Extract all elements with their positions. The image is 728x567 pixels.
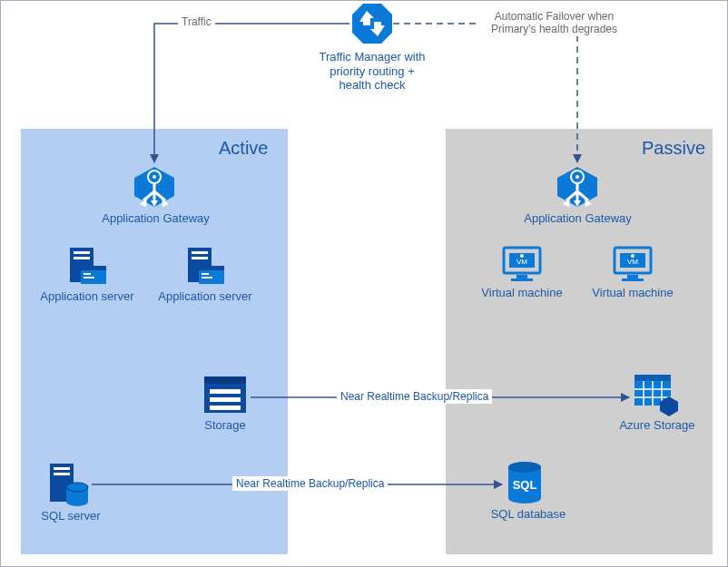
svg-rect-47 xyxy=(627,275,638,279)
active-title: Active xyxy=(219,137,268,159)
sql-database-icon: SQL xyxy=(506,460,544,505)
svg-rect-15 xyxy=(192,251,208,254)
svg-rect-22 xyxy=(204,376,246,384)
svg-text:VM: VM xyxy=(627,258,638,266)
svg-rect-52 xyxy=(635,375,671,381)
sql-server-label: SQL server xyxy=(37,509,104,523)
traffic-manager-icon xyxy=(350,2,394,45)
svg-point-62 xyxy=(508,462,541,473)
sql-server-icon xyxy=(46,462,90,507)
vm-1-label: Virtual machine xyxy=(475,286,569,300)
svg-rect-20 xyxy=(202,277,212,279)
passive-app-gateway-icon xyxy=(555,164,600,210)
svg-rect-12 xyxy=(84,273,91,275)
svg-point-50 xyxy=(631,254,635,258)
svg-point-31 xyxy=(66,497,88,506)
svg-rect-41 xyxy=(516,275,527,279)
passive-title: Passive xyxy=(642,137,705,159)
svg-rect-9 xyxy=(74,257,90,259)
diagram-stage: Active Passive Traffic Automatic Failove… xyxy=(0,0,728,567)
traffic-edge-label: Traffic xyxy=(178,15,215,28)
app-server-1-icon xyxy=(64,244,108,288)
app-server-2-label: Application server xyxy=(152,289,259,304)
active-app-gateway-icon xyxy=(132,164,177,210)
passive-app-gateway-label: Application Gateway xyxy=(521,211,635,226)
svg-rect-42 xyxy=(511,279,533,281)
traffic-manager-label: Traffic Manager with priority routing + … xyxy=(319,50,426,93)
svg-rect-28 xyxy=(54,473,70,475)
svg-point-61 xyxy=(508,493,541,503)
svg-rect-11 xyxy=(81,266,106,270)
svg-rect-23 xyxy=(210,389,241,394)
svg-rect-25 xyxy=(210,406,241,410)
svg-rect-24 xyxy=(210,397,241,402)
sql-database-label: SQL database xyxy=(486,507,571,522)
app-server-1-label: Application server xyxy=(34,289,141,304)
svg-rect-27 xyxy=(54,467,70,470)
svg-text:SQL: SQL xyxy=(513,478,537,492)
svg-point-44 xyxy=(520,254,524,258)
azure-storage-label: Azure Storage xyxy=(615,418,700,433)
active-app-gateway-label: Application Gateway xyxy=(99,211,212,226)
svg-marker-0 xyxy=(352,4,392,44)
vm-1-icon: VM xyxy=(500,244,544,284)
svg-rect-13 xyxy=(84,277,94,279)
svg-point-35 xyxy=(576,175,579,179)
storage-icon xyxy=(202,375,248,415)
svg-rect-18 xyxy=(199,266,224,270)
svg-rect-8 xyxy=(74,251,90,254)
svg-rect-48 xyxy=(622,279,644,281)
svg-rect-19 xyxy=(202,273,209,275)
svg-rect-16 xyxy=(192,257,208,259)
failover-edge-label: Automatic Failover when Primary's health… xyxy=(477,10,631,36)
svg-text:VM: VM xyxy=(516,258,527,266)
vm-2-icon: VM xyxy=(611,244,654,284)
sql-backup-label: Near Realtime Backup/Replica xyxy=(232,476,388,491)
svg-point-3 xyxy=(152,175,156,179)
vm-2-label: Virtual machine xyxy=(585,286,680,300)
azure-storage-icon xyxy=(633,373,680,416)
storage-backup-label: Near Realtime Backup/Replica xyxy=(337,389,492,404)
storage-label: Storage xyxy=(192,418,259,433)
app-server-2-icon xyxy=(182,244,226,288)
